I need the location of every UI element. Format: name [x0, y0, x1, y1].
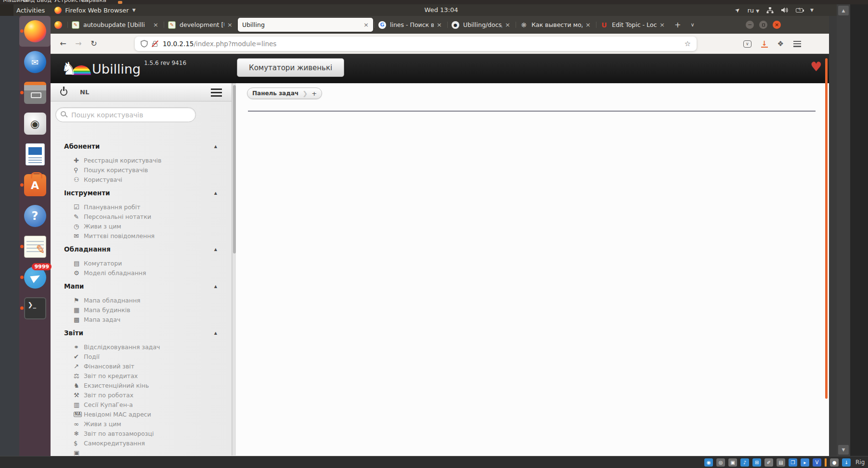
- section-header-3[interactable]: Мапи▲: [51, 282, 232, 291]
- libreoffice-dock-icon[interactable]: [19, 139, 51, 170]
- menu-item[interactable]: ▥Сесії КупаГен-а: [51, 400, 232, 409]
- menu-item[interactable]: ⚙Моделі обладнання: [51, 268, 232, 278]
- menu-item[interactable]: ⚒Звіт по роботах: [51, 390, 232, 400]
- mouse-integration-icon[interactable]: ●: [830, 458, 839, 467]
- menu-item-partial[interactable]: ▣: [51, 448, 232, 455]
- sidebar-menu-icon[interactable]: [211, 89, 222, 97]
- tab-close-icon[interactable]: ×: [363, 21, 369, 28]
- minimize-button[interactable]: −: [746, 21, 754, 29]
- network-icon[interactable]: ⊞: [752, 458, 761, 467]
- insecure-lock-icon[interactable]: [152, 40, 158, 47]
- logout-power-icon[interactable]: [60, 89, 67, 96]
- audio-icon[interactable]: ♪: [740, 458, 749, 467]
- thunderbird-dock-icon[interactable]: ✉: [19, 47, 51, 77]
- menu-item[interactable]: ▦Мапа будинків: [51, 305, 232, 315]
- menu-item[interactable]: ✉Миттєві повідомлення: [51, 231, 232, 240]
- task-panel-tab[interactable]: Панель задач ❯ +: [247, 88, 322, 99]
- menu-item[interactable]: ∞Живи з цим: [51, 419, 232, 429]
- menu-item[interactable]: ◷Живи з цим: [51, 221, 232, 231]
- tab-3[interactable]: Glines - Поиск в Googl×: [374, 18, 446, 32]
- vbox-menu-2[interactable]: Ввод: [37, 0, 52, 3]
- software-center-dock-icon[interactable]: A: [19, 170, 51, 201]
- forward-button[interactable]: →: [71, 39, 86, 48]
- telegram-dock-icon[interactable]: 9999: [19, 262, 51, 293]
- tab-close-icon[interactable]: ×: [660, 21, 665, 28]
- user-search-input[interactable]: [55, 107, 196, 122]
- new-tab-button[interactable]: +: [670, 20, 686, 29]
- tab-4[interactable]: ●Ubilling/docs/dumps×: [447, 18, 515, 32]
- vbox-menu-1[interactable]: Вид: [23, 0, 35, 3]
- firefox-dock-icon[interactable]: [19, 16, 51, 47]
- reload-button[interactable]: ↻: [86, 39, 102, 48]
- firefox-view-button[interactable]: [54, 21, 62, 29]
- pocket-icon[interactable]: ∨: [743, 40, 751, 48]
- shield-icon[interactable]: [141, 40, 148, 48]
- menu-item[interactable]: ✎Персональні нотатки: [51, 212, 232, 221]
- menu-item[interactable]: ↗Фінансовий звіт: [51, 361, 232, 371]
- section-header-2[interactable]: Обладнання▲: [51, 245, 232, 254]
- tab-2[interactable]: Ubilling×: [238, 18, 373, 32]
- vbox-vertical-scrollbar[interactable]: ▲ ▼: [837, 4, 850, 456]
- harddisk-icon[interactable]: ◉: [704, 458, 713, 467]
- section-header-1[interactable]: Інструменти▲: [51, 189, 232, 198]
- menu-item[interactable]: NAНевідомі MAC адреси: [51, 409, 232, 419]
- extensions-icon[interactable]: ❖: [777, 39, 784, 48]
- keyboard-capture-icon[interactable]: ↓: [842, 458, 851, 467]
- menu-hamburger-icon[interactable]: [793, 41, 801, 47]
- section-header-4[interactable]: Звіти▲: [51, 329, 232, 338]
- menu-item[interactable]: ⚖Звіт по кредитах: [51, 371, 232, 380]
- tab-close-icon[interactable]: ×: [227, 21, 233, 28]
- vbox-menu-4[interactable]: Справка: [81, 0, 106, 3]
- menu-item[interactable]: ⚑Мапа обладнання: [51, 295, 232, 305]
- tab-5[interactable]: ❋Как вывести модуль×: [516, 18, 595, 32]
- terminal-dock-icon[interactable]: ❯_: [19, 293, 51, 324]
- app-menu-button[interactable]: Firefox Web Browser ▼: [51, 7, 139, 14]
- tab-close-icon[interactable]: ×: [437, 21, 442, 28]
- tab-1[interactable]: ✎development [Ubillin×: [164, 18, 237, 32]
- clock[interactable]: Wed 13:04: [425, 6, 458, 13]
- close-window-button[interactable]: ×: [773, 21, 781, 29]
- activities-button[interactable]: Activities: [13, 7, 51, 14]
- usb-icon[interactable]: ✐: [764, 458, 773, 467]
- menu-item[interactable]: ⚇Користувачі: [51, 175, 232, 184]
- floppy-icon[interactable]: ▣: [728, 458, 737, 467]
- url-bar[interactable]: 10.0.2.15/index.php?module=lines ☆: [135, 37, 697, 51]
- rhythmbox-dock-icon[interactable]: ◉: [19, 108, 51, 139]
- bookmark-star-icon[interactable]: ☆: [685, 39, 691, 48]
- file-cabinet-dock-icon[interactable]: [19, 77, 51, 108]
- current-user-label[interactable]: NL: [80, 89, 89, 96]
- menu-item[interactable]: ☑Планування робіт: [51, 202, 232, 212]
- notes-dock-icon[interactable]: ✎: [19, 231, 51, 262]
- downloads-icon[interactable]: ↓: [761, 40, 768, 48]
- menu-item[interactable]: ▩Мапа задач: [51, 315, 232, 324]
- sidebar-scrollbar[interactable]: [232, 83, 236, 455]
- display-icon[interactable]: ❐: [789, 458, 797, 467]
- list-tabs-button[interactable]: ∨: [686, 22, 699, 28]
- heart-icon[interactable]: ♥: [810, 59, 822, 74]
- menu-item[interactable]: ⚲Пошук користувачів: [51, 165, 232, 175]
- recording-icon[interactable]: ▸: [801, 458, 809, 467]
- switches-alive-button[interactable]: Комутатори живенькі: [237, 58, 344, 77]
- scroll-down-icon[interactable]: ▼: [838, 445, 849, 455]
- shared-folder-icon[interactable]: ▤: [777, 458, 785, 467]
- menu-item[interactable]: ⚭Відслідковування задач: [51, 342, 232, 352]
- menu-item[interactable]: ♞Екзистенційний кінь: [51, 380, 232, 390]
- tab-0[interactable]: ✎autoubupdate [Ubilli×: [67, 18, 163, 32]
- scroll-up-icon[interactable]: ▲: [838, 6, 849, 15]
- menu-item[interactable]: ▤Комутатори: [51, 258, 232, 268]
- system-menu-chevron-icon[interactable]: ▼: [810, 8, 814, 13]
- back-button[interactable]: ←: [55, 39, 71, 48]
- menu-item[interactable]: ✔Події: [51, 352, 232, 361]
- page-scrollbar-thumb[interactable]: [825, 58, 828, 399]
- help-dock-icon[interactable]: ?: [19, 201, 51, 231]
- section-header-0[interactable]: Абоненти▲: [51, 142, 232, 151]
- tab-6[interactable]: UEdit Topic - Local×: [596, 18, 669, 32]
- menu-item[interactable]: $Самокредитування: [51, 438, 232, 448]
- add-tab-button[interactable]: +: [311, 90, 317, 97]
- menu-item[interactable]: ❄Звіт по автозаморозці: [51, 429, 232, 438]
- tab-close-icon[interactable]: ×: [585, 21, 591, 28]
- tab-close-icon[interactable]: ×: [505, 21, 510, 28]
- menu-item[interactable]: ✚Реєстрація користувачів: [51, 155, 232, 165]
- keyboard-layout-indicator[interactable]: ru ▼: [747, 7, 759, 14]
- maximize-button[interactable]: [759, 21, 767, 29]
